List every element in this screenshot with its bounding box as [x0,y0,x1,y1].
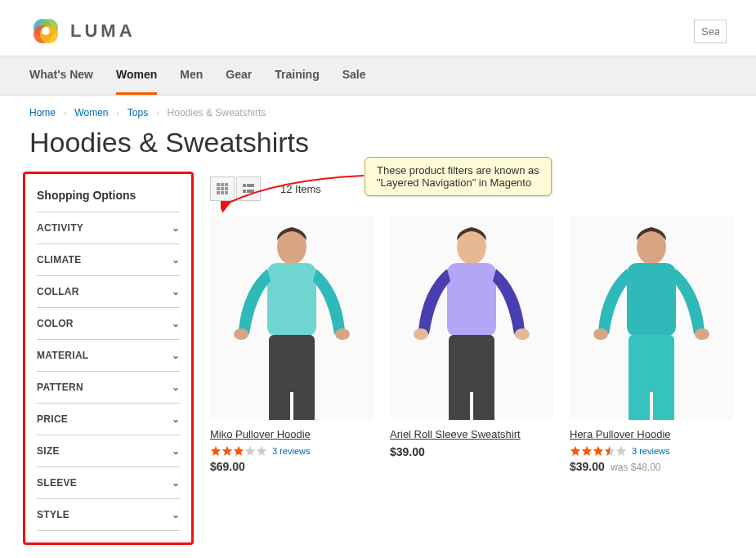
chevron-right-icon: › [117,109,119,118]
chevron-down-icon: ⌄ [172,509,180,520]
filter-style[interactable]: STYLE⌄ [37,499,180,531]
filter-color[interactable]: COLOR⌄ [37,308,180,340]
nav-item-what-s-new[interactable]: What's New [29,56,93,95]
svg-rect-19 [267,263,316,337]
filter-price[interactable]: PRICE⌄ [37,404,180,435]
svg-rect-26 [447,263,496,337]
filter-label: SIZE [37,445,60,457]
chevron-down-icon: ⌄ [172,413,180,425]
chevron-down-icon: ⌄ [172,254,180,266]
list-view-button[interactable] [236,176,261,201]
svg-point-20 [234,328,248,340]
nav-item-men[interactable]: Men [180,56,203,95]
list-icon [242,182,255,195]
nav-item-gear[interactable]: Gear [226,56,252,95]
rating-row: 3 reviews [210,445,374,457]
filter-label: SLEEVE [37,477,77,489]
layered-navigation-sidebar: Shopping Options ACTIVITY⌄CLIMATE⌄COLLAR… [23,172,194,545]
svg-rect-13 [225,191,228,194]
reviews-link[interactable]: 3 reviews [272,446,310,456]
breadcrumb: Home›Women›Tops›Hoodies & Sweatshirts [0,96,756,123]
item-count: 12 Items [280,183,321,195]
svg-rect-8 [217,187,220,190]
svg-rect-9 [221,187,224,190]
filter-label: CLIMATE [37,254,82,266]
product-image[interactable] [570,216,733,420]
filter-label: STYLE [37,509,69,520]
price: $39.00 [390,445,553,458]
nav-item-training[interactable]: Training [275,56,319,95]
svg-rect-10 [225,187,228,190]
chevron-right-icon: › [64,109,66,118]
shopping-options-heading: Shopping Options [37,182,180,212]
filter-activity[interactable]: ACTIVITY⌄ [37,212,180,244]
filter-sleeve[interactable]: SLEEVE⌄ [37,467,180,499]
chevron-right-icon: › [156,109,159,118]
svg-rect-17 [247,190,254,193]
svg-rect-33 [627,263,676,337]
svg-point-28 [515,328,530,340]
header: LUMA [0,0,756,56]
svg-point-27 [414,328,428,340]
chevron-down-icon: ⌄ [172,318,180,329]
filter-label: COLLAR [37,286,79,297]
svg-rect-31 [473,379,494,420]
filter-pattern[interactable]: PATTERN⌄ [37,372,180,404]
svg-point-4 [42,27,50,35]
callout-line2: "Layered Navigation" in Magento [377,176,539,189]
svg-rect-16 [243,190,246,193]
svg-rect-12 [221,191,224,194]
product-card[interactable]: Hera Pullover Hoodie3 reviews$39.00 was … [570,216,733,473]
grid-view-button[interactable] [210,176,235,201]
svg-rect-6 [221,183,224,186]
product-name-link[interactable]: Ariel Roll Sleeve Sweatshirt [390,428,553,440]
chevron-down-icon: ⌄ [172,382,180,393]
main-nav: What's NewWomenMenGearTrainingSale [0,56,756,96]
product-name-link[interactable]: Hera Pullover Hoodie [570,428,733,440]
filter-label: MATERIAL [37,350,89,361]
chevron-down-icon: ⌄ [172,350,180,361]
rating-row: 3 reviews [570,445,733,457]
svg-rect-5 [217,183,220,186]
logo-mark-icon [29,15,62,47]
star-rating [570,445,627,457]
logo[interactable]: LUMA [29,15,136,47]
star-rating [210,445,267,457]
breadcrumb-link[interactable]: Women [74,107,108,118]
svg-rect-30 [449,379,470,420]
reviews-link[interactable]: 3 reviews [632,446,669,456]
svg-rect-11 [217,191,220,194]
svg-point-3 [40,25,58,43]
product-image[interactable] [210,216,374,420]
svg-point-35 [695,328,709,340]
product-card[interactable]: Ariel Roll Sleeve Sweatshirt$39.00 [390,216,553,473]
svg-point-21 [335,328,350,340]
svg-rect-23 [269,379,290,420]
nav-item-women[interactable]: Women [116,56,157,95]
svg-rect-37 [629,379,650,420]
filter-climate[interactable]: CLIMATE⌄ [37,244,180,276]
filter-size[interactable]: SIZE⌄ [37,435,180,467]
price: $39.00 was $48.00 [570,460,733,473]
product-name-link[interactable]: Miko Pullover Hoodie [210,428,374,440]
svg-rect-24 [293,379,315,420]
chevron-down-icon: ⌄ [172,477,180,489]
breadcrumb-link[interactable]: Home [29,107,56,118]
product-image[interactable] [390,216,553,420]
logo-text: LUMA [70,20,136,42]
filter-label: PATTERN [37,382,83,393]
chevron-down-icon: ⌄ [172,222,180,234]
grid-icon [216,182,229,195]
search-input[interactable] [694,20,727,43]
svg-rect-14 [243,184,246,187]
filter-collar[interactable]: COLLAR⌄ [37,276,180,308]
product-listing: 12 Items Miko Pullover Hoodie3 reviews$6… [210,172,733,473]
product-card[interactable]: Miko Pullover Hoodie3 reviews$69.00 [210,216,374,473]
breadcrumb-current: Hoodies & Sweatshirts [168,107,266,118]
breadcrumb-link[interactable]: Tops [127,107,148,118]
nav-item-sale[interactable]: Sale [342,56,366,95]
filter-label: COLOR [37,318,74,329]
filter-material[interactable]: MATERIAL⌄ [37,340,180,372]
filter-label: PRICE [37,413,68,425]
was-price: was $48.00 [608,462,661,473]
